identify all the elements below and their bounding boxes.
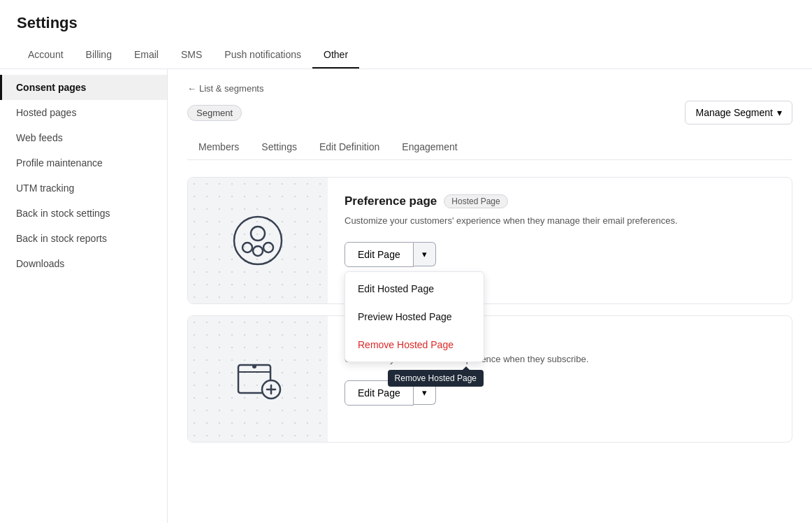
nav-billing[interactable]: Billing (75, 42, 123, 69)
page-header: Settings Account Billing Email SMS Push … (0, 0, 812, 69)
sub-nav: Members Settings Edit Definition Engagem… (187, 136, 792, 160)
manage-segment-label: Manage Segment (695, 107, 773, 118)
sidebar-item-consent-pages[interactable]: Consent pages (0, 75, 167, 100)
sidebar: Consent pages Hosted pages Web feeds Pro… (0, 69, 168, 523)
preference-dropdown-toggle[interactable]: ▾ (414, 242, 436, 266)
manage-segment-button[interactable]: Manage Segment ▾ (685, 101, 792, 124)
preference-page-body: Preference page Hosted Page Customize yo… (328, 178, 792, 303)
sidebar-item-hosted-pages[interactable]: Hosted pages (0, 100, 167, 125)
preference-dropdown-menu: Edit Hosted Page Preview Hosted Page Rem… (345, 271, 484, 362)
subscribe-page-thumbnail (188, 316, 328, 442)
sidebar-item-utm-tracking[interactable]: UTM tracking (0, 175, 167, 201)
sidebar-item-back-in-stock-settings[interactable]: Back in stock settings (0, 201, 167, 226)
dropdown-item-remove-hosted-page[interactable]: Remove Hosted Page (345, 331, 484, 359)
page-title: Settings (17, 14, 795, 32)
svg-point-2 (242, 243, 252, 252)
svg-point-10 (252, 364, 256, 368)
segment-badge: Segment (187, 105, 242, 121)
remove-hosted-page-tooltip: Remove Hosted Page (388, 370, 484, 387)
preference-page-title: Preference page (345, 194, 437, 208)
nav-push-notifications[interactable]: Push notifications (213, 42, 312, 69)
nav-other[interactable]: Other (312, 42, 359, 69)
nav-sms[interactable]: SMS (170, 42, 213, 69)
sidebar-item-back-in-stock-reports[interactable]: Back in stock reports (0, 226, 167, 251)
breadcrumb-link[interactable]: ← List & segments (187, 83, 264, 94)
sidebar-item-downloads[interactable]: Downloads (0, 251, 167, 276)
preference-page-card: Preference page Hosted Page Customize yo… (187, 177, 792, 304)
sidebar-item-profile-maintenance[interactable]: Profile maintenance (0, 150, 167, 175)
arrow-icon: ← (187, 83, 196, 94)
layout: Consent pages Hosted pages Web feeds Pro… (0, 69, 812, 523)
dropdown-chevron-icon: ▾ (422, 249, 427, 259)
preference-page-thumbnail (188, 178, 328, 303)
sub-nav-members[interactable]: Members (187, 136, 250, 159)
breadcrumb: ← List & segments (187, 83, 792, 94)
svg-point-4 (263, 243, 273, 252)
top-nav: Account Billing Email SMS Push notificat… (17, 42, 795, 69)
sidebar-item-web-feeds[interactable]: Web feeds (0, 125, 167, 150)
sub-nav-engagement[interactable]: Engagement (391, 136, 468, 159)
svg-point-3 (253, 246, 263, 256)
breadcrumb-label: List & segments (199, 83, 264, 94)
preference-page-title-row: Preference page Hosted Page (345, 194, 775, 208)
dropdown-item-preview-hosted-page[interactable]: Preview Hosted Page (345, 303, 484, 331)
nav-email[interactable]: Email (123, 42, 170, 69)
sub-nav-edit-definition[interactable]: Edit Definition (308, 136, 391, 159)
subscribe-dropdown-chevron-icon: ▾ (422, 387, 427, 398)
dropdown-item-edit-hosted-page[interactable]: Edit Hosted Page (345, 275, 484, 303)
preference-page-actions: Edit Page ▾ Edit Hosted Page Preview Hos… (345, 242, 775, 267)
nav-account[interactable]: Account (17, 42, 75, 69)
sub-nav-settings[interactable]: Settings (250, 136, 308, 159)
preference-page-tag: Hosted Page (444, 194, 507, 208)
subscribe-page-card: Subscribe page Customize your customers'… (187, 315, 792, 443)
main-content: ← List & segments Segment Manage Segment… (168, 69, 812, 523)
preference-page-desc: Customize your customers' experience whe… (345, 214, 775, 228)
segment-header: Segment Manage Segment ▾ (187, 101, 792, 124)
chevron-down-icon: ▾ (777, 107, 782, 118)
preference-edit-page-button[interactable]: Edit Page (345, 242, 414, 267)
svg-point-1 (251, 227, 265, 241)
